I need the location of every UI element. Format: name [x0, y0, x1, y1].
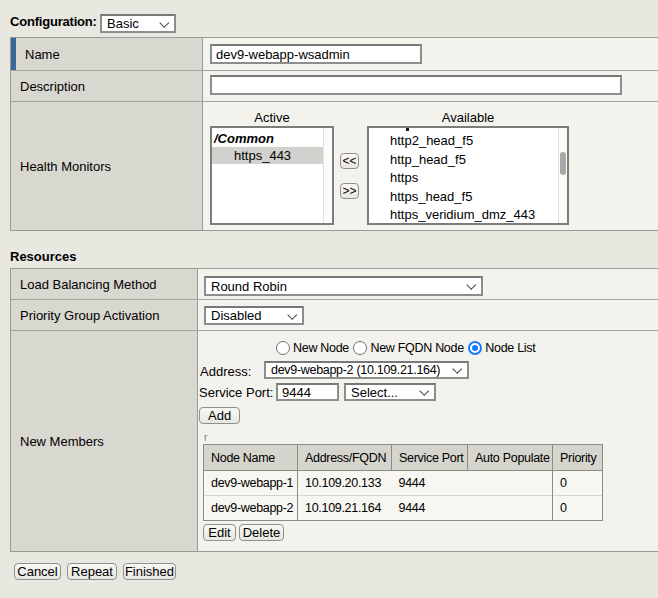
members-actions: Edit Delete [203, 524, 284, 541]
members-header-priority: Priority [553, 445, 603, 471]
description-row-label-cell: Description [11, 70, 203, 101]
service-port-input[interactable] [276, 383, 339, 401]
configuration-select-value: Basic [107, 16, 139, 31]
stray-text: r [204, 432, 207, 443]
members-header-node-name: Node Name [204, 445, 298, 471]
available-monitor-item[interactable]: http_head_f5 [369, 151, 558, 170]
load-balancing-select-value: Round Robin [211, 279, 287, 294]
description-input[interactable] [210, 75, 622, 95]
node-select[interactable]: Select... [344, 383, 436, 401]
new-members-label: New Members [20, 434, 104, 449]
form-footer: Cancel Repeat Finished [14, 563, 176, 580]
load-balancing-label: Load Balancing Method [20, 277, 157, 292]
member-address: 10.109.21.164 [298, 496, 392, 521]
member-priority: 0 [553, 496, 603, 521]
new-node-radio[interactable] [276, 341, 290, 355]
members-table-header-row: Node Name Address/FQDN Service Port Auto… [204, 445, 603, 471]
member-service-port: 9444 [392, 471, 468, 496]
node-list-radio[interactable] [468, 341, 482, 355]
priority-group-label: Priority Group Activation [20, 308, 159, 323]
available-monitor-item[interactable]: https_veridium_dmz_443 [369, 206, 558, 223]
load-balancing-value-cell: Round Robin [198, 269, 658, 299]
member-type-radio-group: New Node New FQDN Node Node List [276, 341, 535, 355]
active-monitors-items: /Common https_443 [212, 128, 323, 223]
move-to-available-button[interactable]: >> [340, 183, 359, 199]
available-monitor-item[interactable]: https [369, 169, 558, 188]
edit-member-button[interactable]: Edit [203, 524, 236, 541]
new-fqdn-node-radio[interactable] [353, 341, 367, 355]
delete-member-button[interactable]: Delete [239, 524, 284, 541]
chevron-down-icon [419, 386, 428, 395]
finished-button[interactable]: Finished [123, 563, 176, 580]
available-scrollbar-track[interactable] [558, 128, 567, 223]
chevron-down-icon [466, 280, 475, 289]
load-balancing-label-cell: Load Balancing Method [11, 269, 198, 299]
available-list-title: Available [367, 111, 569, 124]
member-priority: 0 [553, 471, 603, 496]
resources-heading: Resources [10, 249, 76, 264]
active-monitors-listbox[interactable]: /Common https_443 [210, 126, 334, 225]
address-label: Address: [200, 364, 251, 379]
available-monitor-item[interactable]: http2_head_f5 [369, 132, 558, 151]
member-node-name: dev9-webapp-1 [204, 471, 298, 496]
priority-group-select[interactable]: Disabled [204, 306, 304, 325]
members-table: Node Name Address/FQDN Service Port Auto… [203, 444, 603, 521]
member-node-name: dev9-webapp-2 [204, 496, 298, 521]
add-member-button[interactable]: Add [199, 407, 240, 424]
member-auto-populate [468, 496, 553, 521]
name-row-value-cell [203, 38, 658, 70]
resources-table: Load Balancing Method Round Robin Priori… [10, 268, 658, 552]
service-port-label: Service Port: [199, 385, 273, 400]
active-list-title: Active [210, 111, 334, 124]
description-row-value-cell [203, 70, 658, 101]
active-partition-group: /Common [212, 130, 323, 147]
health-monitors-row-value-cell: Active Available /Common https_443 << >>… [203, 101, 658, 230]
load-balancing-select[interactable]: Round Robin [204, 276, 483, 296]
pool-configuration-page: { "configuration": { "label": "Configura… [0, 0, 658, 598]
node-list-radio-label: Node List [485, 341, 535, 355]
member-auto-populate [468, 471, 553, 496]
node-select-value: Select... [351, 385, 398, 400]
new-members-value-cell: New Node New FQDN Node Node List Address… [198, 330, 658, 551]
members-table-row[interactable]: dev9-webapp-2 10.109.21.164 9444 0 [204, 496, 603, 521]
active-monitor-selected[interactable]: https_443 [212, 147, 323, 165]
configuration-bar: Configuration: [10, 14, 97, 29]
members-table-row[interactable]: dev9-webapp-1 10.109.20.133 9444 0 [204, 471, 603, 496]
active-scrollbar-track[interactable] [323, 128, 332, 223]
priority-group-select-value: Disabled [211, 308, 262, 323]
address-select-value: dev9-webapp-2 (10.109.21.164) [271, 363, 440, 377]
chevron-down-icon [452, 364, 461, 373]
available-monitors-items: http2_head_f5 http_head_f5 https https_h… [369, 128, 558, 223]
clipped-item-fragment [406, 128, 409, 131]
health-monitors-row-label-cell: Health Monitors [11, 101, 203, 230]
priority-group-label-cell: Priority Group Activation [11, 299, 198, 330]
configuration-select[interactable]: Basic [100, 14, 176, 33]
new-fqdn-node-radio-label: New FQDN Node [370, 341, 463, 355]
name-input[interactable] [210, 44, 422, 64]
members-header-address: Address/FQDN [298, 445, 392, 471]
priority-group-value-cell: Disabled [198, 299, 658, 330]
name-label: Name [25, 47, 60, 62]
move-to-active-button[interactable]: << [340, 153, 359, 169]
chevron-down-icon [159, 17, 168, 26]
member-service-port: 9444 [392, 496, 468, 521]
members-header-service-port: Service Port [392, 445, 468, 471]
cancel-button[interactable]: Cancel [14, 563, 61, 580]
new-node-radio-label: New Node [293, 341, 349, 355]
health-monitors-label: Health Monitors [20, 159, 111, 174]
name-row-label-cell: Name [11, 38, 203, 70]
available-monitors-listbox[interactable]: http2_head_f5 http_head_f5 https https_h… [367, 126, 569, 225]
repeat-button[interactable]: Repeat [67, 563, 117, 580]
available-monitor-item[interactable]: https_head_f5 [369, 188, 558, 207]
available-scrollbar-thumb[interactable] [560, 152, 566, 175]
address-select[interactable]: dev9-webapp-2 (10.109.21.164) [264, 361, 469, 379]
member-address: 10.109.20.133 [298, 471, 392, 496]
general-properties-table: Name Description Health Monitors Active … [10, 37, 658, 231]
configuration-label: Configuration: [10, 14, 97, 29]
description-label: Description [20, 79, 85, 94]
new-members-label-cell: New Members [11, 330, 198, 551]
required-indicator [11, 38, 16, 70]
members-header-auto-populate: Auto Populate [468, 445, 553, 471]
chevron-down-icon [287, 309, 296, 318]
